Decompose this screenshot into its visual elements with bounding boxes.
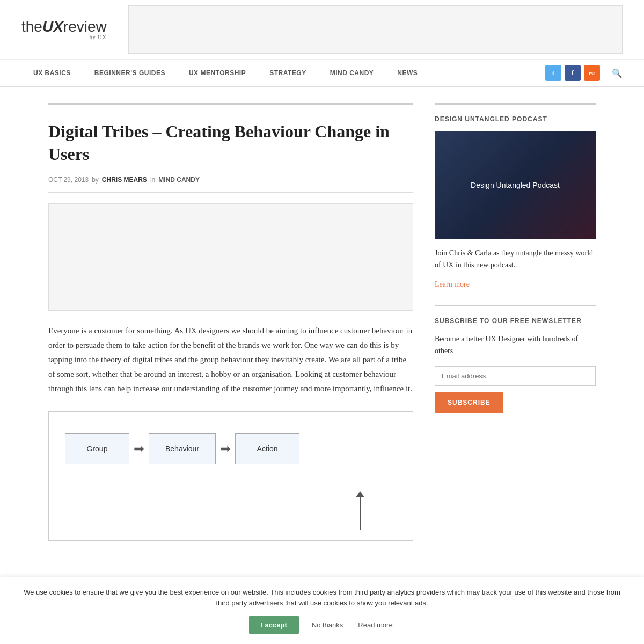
podcast-section-title: DESIGN UNTANGLED PODCAST bbox=[435, 115, 596, 123]
social-icons: t f rss 🔍 bbox=[545, 65, 623, 81]
newsletter-description: Become a better UX Designer with hundred… bbox=[435, 333, 596, 357]
article-category[interactable]: MIND CANDY bbox=[158, 176, 200, 184]
article-title: Digital Tribes – Creating Behaviour Chan… bbox=[48, 121, 413, 165]
nav-item-news[interactable]: NEWS bbox=[385, 60, 429, 86]
nav-item-beginners-guides[interactable]: BEGINNER'S GUIDES bbox=[83, 60, 177, 86]
nav-item-ux-mentorship[interactable]: UX MENTORSHIP bbox=[177, 60, 258, 86]
search-button[interactable]: 🔍 bbox=[612, 68, 623, 78]
diagram: Group ➡ Behaviour ➡ Action bbox=[48, 411, 413, 541]
main-navigation: UX BASICS BEGINNER'S GUIDES UX MENTORSHI… bbox=[0, 60, 644, 87]
diagram-arrow-1: ➡ bbox=[129, 441, 149, 456]
nav-links: UX BASICS BEGINNER'S GUIDES UX MENTORSHI… bbox=[21, 60, 545, 86]
article-ad bbox=[48, 203, 413, 311]
sidebar: DESIGN UNTANGLED PODCAST Design Untangle… bbox=[435, 103, 596, 546]
site-header: theUXreview by UX bbox=[0, 0, 644, 60]
article-date: OCT 29, 2013 bbox=[48, 176, 89, 184]
article-author[interactable]: CHRIS MEARS bbox=[102, 176, 147, 184]
twitter-button[interactable]: t bbox=[545, 65, 561, 81]
logo-ux: UX bbox=[42, 18, 63, 35]
podcast-section: DESIGN UNTANGLED PODCAST Design Untangle… bbox=[435, 103, 596, 289]
article-divider bbox=[48, 192, 413, 193]
logo[interactable]: theUXreview by UX bbox=[21, 19, 107, 40]
nav-item-ux-basics[interactable]: UX BASICS bbox=[21, 60, 83, 86]
header-ad-banner bbox=[128, 5, 623, 54]
logo-sub: by UX bbox=[21, 34, 107, 40]
article-in-label: in bbox=[150, 176, 155, 184]
diagram-inner: Group ➡ Behaviour ➡ Action bbox=[49, 412, 413, 486]
article-body: Everyone is a customer for something. As… bbox=[48, 324, 413, 396]
podcast-image: Design Untangled Podcast bbox=[435, 131, 596, 239]
logo-review: review bbox=[63, 18, 107, 35]
nav-item-mind-candy[interactable]: MIND CANDY bbox=[318, 60, 386, 86]
diagram-box-group: Group bbox=[65, 433, 129, 464]
diagram-up-arrow bbox=[356, 491, 364, 530]
rss-button[interactable]: rss bbox=[584, 65, 600, 81]
podcast-image-text: Design Untangled Podcast bbox=[471, 181, 560, 189]
article-by-label: by bbox=[92, 176, 99, 184]
nav-item-strategy[interactable]: STRATEGY bbox=[258, 60, 318, 86]
diagram-box-behaviour: Behaviour bbox=[149, 433, 216, 464]
logo-the: the bbox=[21, 18, 42, 35]
article-meta: OCT 29, 2013 by CHRIS MEARS in MIND CAND… bbox=[48, 176, 413, 184]
subscribe-button[interactable]: SUBSCRIBE bbox=[435, 392, 503, 413]
email-input[interactable] bbox=[435, 366, 596, 386]
diagram-box-action: Action bbox=[235, 433, 299, 464]
main-content: Digital Tribes – Creating Behaviour Chan… bbox=[48, 103, 413, 546]
facebook-button[interactable]: f bbox=[565, 65, 581, 81]
content-wrapper: Digital Tribes – Creating Behaviour Chan… bbox=[27, 87, 617, 562]
learn-more-link[interactable]: Learn more bbox=[435, 280, 470, 288]
podcast-description: Join Chris & Carla as they untangle the … bbox=[435, 247, 596, 272]
newsletter-section: SUBSCRIBE TO OUR FREE NEWSLETTER Become … bbox=[435, 305, 596, 413]
diagram-arrow-2: ➡ bbox=[216, 441, 235, 456]
newsletter-section-title: SUBSCRIBE TO OUR FREE NEWSLETTER bbox=[435, 317, 596, 325]
